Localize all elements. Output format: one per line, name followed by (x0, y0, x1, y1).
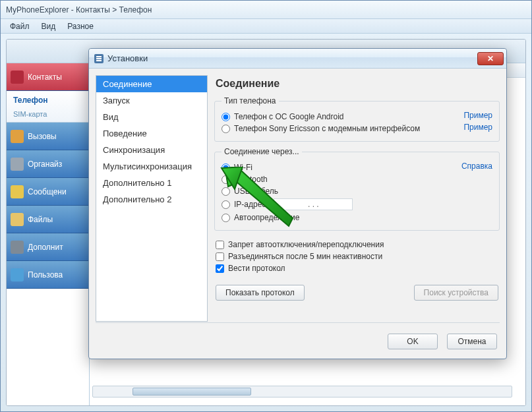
radio-usb-label: USB-кабель (234, 187, 278, 196)
sidebar-item-label: Файлы (28, 215, 53, 224)
settings-dialog: Установки ✕ Соединение Запуск Вид Поведе… (88, 48, 507, 359)
help-link[interactable]: Справка (461, 162, 492, 171)
messages-icon (11, 185, 24, 198)
example-link-android[interactable]: Пример (463, 111, 492, 120)
nav-item-view[interactable]: Вид (96, 109, 207, 125)
close-icon: ✕ (487, 54, 494, 63)
sidebar-item-label: Сообщени (28, 187, 67, 196)
close-button[interactable]: ✕ (477, 52, 504, 65)
checkbox-disconnect-5min[interactable]: Разъединяться после 5 мин неактивности (216, 250, 498, 262)
checkbox-no-reconnect-input[interactable] (216, 241, 224, 249)
sidebar-item-label: Пользова (28, 270, 63, 280)
horizontal-scrollbar[interactable] (92, 386, 512, 397)
files-icon (11, 213, 24, 226)
sidebar-item-files[interactable]: Файлы (7, 206, 89, 233)
radio-sony-label: Телефон Sony Ericsson с модемным интерфе… (234, 124, 420, 133)
radio-bluetooth-input[interactable] (222, 175, 230, 184)
menu-misc[interactable]: Разное (62, 20, 99, 32)
nav-item-extra2[interactable]: Дополнительно 2 (96, 191, 207, 208)
checkbox-no-reconnect[interactable]: Запрет автоотключения/переподключения (216, 239, 498, 250)
checkbox-log-input[interactable] (216, 264, 224, 273)
device-icon (11, 268, 24, 281)
radio-bluetooth[interactable]: Bluetooth (222, 173, 492, 185)
radio-sony-input[interactable] (222, 125, 230, 133)
phone-type-group: Тип телефона Пример Телефон с ОС Google … (214, 96, 500, 142)
ip-address-field[interactable]: . . . (274, 198, 353, 210)
sidebar-item-organizer[interactable]: Органайз (7, 150, 89, 178)
nav-item-connection[interactable]: Соединение (96, 76, 207, 92)
radio-auto[interactable]: Автоопределение (222, 212, 492, 223)
checkbox-disconnect-5min-input[interactable] (216, 252, 224, 261)
contacts-icon (11, 71, 24, 84)
nav-item-extra1[interactable]: Дополнительно 1 (96, 175, 207, 191)
sidebar-item-label: Органайз (28, 160, 62, 169)
menubar: Файл Вид Разное (1, 19, 531, 34)
connect-via-legend: Соединение через... (222, 147, 302, 156)
organizer-icon (11, 158, 24, 171)
wrench-icon (11, 241, 24, 254)
calls-icon (11, 130, 24, 143)
radio-android[interactable]: Телефон с ОС Google Android (222, 111, 463, 123)
scrollbar-thumb[interactable] (133, 388, 251, 396)
radio-auto-label: Автоопределение (234, 213, 299, 222)
radio-ip[interactable]: IP-адрес . . . (222, 197, 492, 212)
sidebar-item-label: Телефон (13, 96, 47, 105)
sidebar-item-label: Дополнит (28, 243, 63, 252)
dialog-title: Установки (107, 53, 148, 63)
nav-item-behavior[interactable]: Поведение (96, 125, 207, 142)
checkbox-disconnect-5min-label: Разъединяться после 5 мин неактивности (228, 252, 382, 261)
settings-panel: Соединение Тип телефона Пример Телефон с… (214, 75, 500, 322)
sidebar-item-extra[interactable]: Дополнит (7, 233, 89, 261)
radio-ip-input[interactable] (222, 200, 230, 209)
radio-wifi-input[interactable] (222, 163, 230, 172)
checkbox-no-reconnect-label: Запрет автоотключения/переподключения (228, 240, 384, 249)
radio-usb[interactable]: USB-кабель (222, 185, 492, 197)
sidebar: Контакты Телефон SIM-карта Вызовы Органа… (7, 63, 90, 405)
radio-usb-input[interactable] (222, 187, 230, 196)
menu-view[interactable]: Вид (36, 20, 61, 32)
connect-via-group: Соединение через... Справка Wi-Fi Blueto… (214, 147, 500, 231)
settings-icon (94, 54, 103, 63)
radio-wifi[interactable]: Wi-Fi (222, 162, 461, 173)
dialog-titlebar[interactable]: Установки ✕ (89, 49, 506, 69)
radio-ip-label: IP-адрес (234, 200, 266, 209)
sidebar-item-user[interactable]: Пользова (7, 261, 89, 289)
checkbox-log[interactable]: Вести протокол (216, 262, 498, 274)
phone-type-legend: Тип телефона (222, 96, 279, 105)
radio-auto-input[interactable] (222, 214, 230, 222)
show-log-button[interactable]: Показать протокол (216, 285, 305, 301)
separator (96, 322, 500, 323)
radio-sony[interactable]: Телефон Sony Ericsson с модемным интерфе… (222, 123, 463, 134)
settings-nav: Соединение Запуск Вид Поведение Синхрони… (96, 75, 208, 322)
sidebar-item-contacts[interactable]: Контакты (7, 63, 89, 91)
sidebar-item-label: Контакты (28, 73, 62, 82)
nav-item-sync[interactable]: Синхронизация (96, 142, 207, 158)
sidebar-item-label: Вызовы (28, 132, 57, 141)
nav-item-multisync[interactable]: Мультисинхронизация (96, 158, 207, 175)
checkbox-log-label: Вести протокол (228, 264, 285, 273)
radio-android-label: Телефон с ОС Google Android (234, 112, 344, 121)
menu-file[interactable]: Файл (5, 20, 35, 32)
sidebar-item-phone[interactable]: Телефон SIM-карта (7, 91, 89, 123)
search-device-button[interactable]: Поиск устройства (414, 285, 498, 301)
example-link-sony[interactable]: Пример (463, 123, 492, 132)
nav-item-startup[interactable]: Запуск (96, 92, 207, 109)
ok-button[interactable]: OK (388, 334, 438, 349)
sidebar-item-messages[interactable]: Сообщени (7, 178, 89, 206)
sidebar-item-calls[interactable]: Вызовы (7, 123, 89, 150)
sidebar-item-sublabel[interactable]: SIM-карта (13, 110, 47, 118)
cancel-button[interactable]: Отмена (447, 334, 497, 349)
radio-wifi-label: Wi-Fi (234, 163, 252, 172)
main-window-title: MyPhoneExplorer - Контакты > Телефон (6, 5, 152, 15)
main-window-titlebar: MyPhoneExplorer - Контакты > Телефон (1, 1, 531, 19)
radio-android-input[interactable] (222, 113, 230, 121)
panel-heading: Соединение (216, 78, 498, 90)
radio-bluetooth-label: Bluetooth (234, 175, 268, 184)
